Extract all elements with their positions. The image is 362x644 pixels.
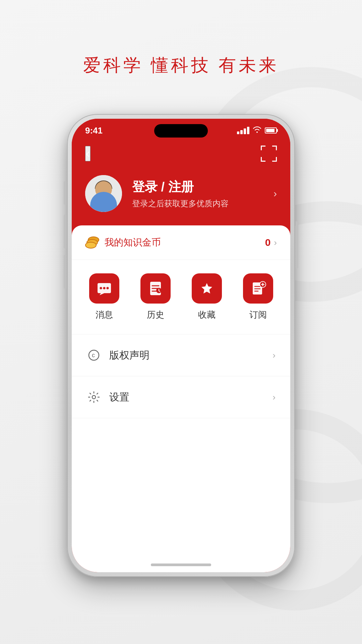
- scan-corner-tr: [272, 146, 277, 150]
- profile-title: 登录 / 注册: [132, 178, 263, 196]
- profile-info: 登录 / 注册 登录之后获取更多优质内容: [132, 178, 263, 209]
- top-nav: ‹: [72, 139, 290, 168]
- messages-icon: [96, 280, 112, 297]
- menu-settings[interactable]: 设置 ›: [72, 376, 290, 418]
- subscribe-label: 订阅: [249, 309, 267, 321]
- svg-point-2: [103, 287, 105, 289]
- silent-switch: [64, 255, 66, 288]
- profile-subtitle: 登录之后获取更多优质内容: [132, 198, 263, 209]
- copyright-arrow-icon: ›: [273, 350, 276, 361]
- home-indicator: [151, 564, 211, 566]
- menu-copyright[interactable]: c 版权声明 ›: [72, 334, 290, 376]
- settings-icon: [86, 390, 101, 405]
- history-icon-wrapper: [140, 273, 171, 304]
- svg-marker-9: [201, 283, 212, 293]
- settings-label: 设置: [109, 390, 273, 404]
- quick-actions: 消息: [72, 260, 290, 334]
- favorites-icon-wrapper: [192, 273, 222, 304]
- coins-icon: [85, 236, 100, 249]
- signal-bar-4: [247, 127, 249, 134]
- white-card: 我的知识金币 0 ›: [72, 225, 290, 572]
- signal-bar-2: [240, 130, 243, 134]
- coins-row[interactable]: 我的知识金币 0 ›: [72, 225, 290, 260]
- avatar-body: [90, 192, 117, 212]
- svg-point-19: [92, 395, 96, 399]
- coin-3: [85, 242, 97, 249]
- phone-screen: 9:41: [72, 119, 290, 572]
- battery-fill: [266, 129, 275, 132]
- tagline: 爱科学 懂科技 有未来: [0, 0, 362, 77]
- signal-icon: [237, 127, 249, 134]
- settings-arrow-icon: ›: [273, 392, 276, 402]
- signal-bar-3: [244, 128, 246, 134]
- profile-arrow-icon: ›: [274, 188, 277, 199]
- menu-section: c 版权声明 ›: [72, 334, 290, 418]
- svg-point-3: [106, 287, 109, 289]
- coins-value: 0: [265, 237, 271, 248]
- scan-corner-br: [272, 157, 277, 162]
- action-subscribe[interactable]: 订阅: [238, 273, 278, 321]
- battery-icon: [265, 127, 277, 133]
- dynamic-island: [154, 124, 208, 138]
- volume-up-button: [64, 181, 66, 205]
- status-icons: [237, 126, 277, 135]
- action-history[interactable]: 历史: [135, 273, 176, 321]
- messages-icon-wrapper: [89, 273, 119, 304]
- history-label: 历史: [147, 309, 164, 321]
- back-button[interactable]: ‹: [85, 146, 90, 161]
- scan-corner-bl: [261, 157, 265, 162]
- signal-bar-1: [237, 131, 239, 134]
- volume-down-button: [64, 215, 66, 248]
- favorites-icon: [199, 280, 215, 297]
- power-button: [296, 221, 298, 268]
- wifi-icon: [253, 126, 261, 135]
- avatar: [85, 175, 122, 212]
- scan-button[interactable]: [261, 146, 277, 162]
- status-time: 9:41: [85, 125, 103, 136]
- copyright-icon: c: [86, 348, 101, 363]
- favorites-label: 收藏: [198, 309, 216, 321]
- action-favorites[interactable]: 收藏: [187, 273, 227, 321]
- scan-corner-tl: [261, 146, 265, 150]
- svg-text:c: c: [92, 352, 95, 359]
- phone-frame: 9:41: [67, 114, 295, 577]
- profile-section[interactable]: 登录 / 注册 登录之后获取更多优质内容 ›: [72, 168, 290, 225]
- copyright-label: 版权声明: [109, 348, 273, 362]
- subscribe-icon-wrapper: [243, 273, 273, 304]
- avatar-person: [85, 175, 122, 212]
- history-icon: [147, 280, 164, 297]
- svg-point-1: [100, 287, 102, 289]
- coins-label: 我的知识金币: [105, 236, 265, 249]
- coins-arrow-icon: ›: [274, 237, 277, 248]
- phone-mockup: 9:41: [67, 114, 295, 577]
- subscribe-icon: [250, 280, 266, 297]
- action-messages[interactable]: 消息: [84, 273, 124, 321]
- messages-label: 消息: [96, 309, 113, 321]
- app-content: 9:41: [72, 119, 290, 572]
